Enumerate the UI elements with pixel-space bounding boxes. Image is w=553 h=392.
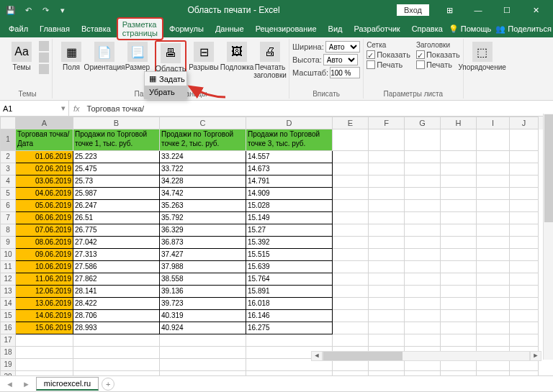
cell[interactable] [441,151,477,163]
cell[interactable]: 15.149 [246,212,333,224]
orientation-button[interactable]: 📄Ориентация [89,40,120,73]
cell[interactable] [246,371,333,375]
cell[interactable]: 34.228 [160,176,246,188]
tab-file[interactable]: Файл [3,22,34,36]
cell[interactable]: 37.988 [160,261,246,273]
cell[interactable] [16,347,73,359]
cell[interactable] [405,237,441,249]
cell[interactable]: 34.742 [160,188,246,200]
cell[interactable] [441,163,477,176]
cell[interactable]: 16.275 [246,322,333,334]
cell[interactable] [405,334,441,347]
cell[interactable] [477,322,510,334]
cell[interactable] [441,188,477,200]
cell[interactable] [510,249,539,261]
cell[interactable] [405,212,441,224]
cell[interactable]: 13.06.2019 [16,298,73,310]
cell[interactable] [441,334,477,347]
cell[interactable]: 02.06.2019 [16,163,73,176]
grid-print-check[interactable]: Печать [367,60,410,69]
height-select[interactable]: Авто [323,54,358,65]
fonts-button[interactable] [39,53,49,63]
cell[interactable] [441,298,477,310]
tab-page-layout[interactable]: Разметка страницы [117,17,163,40]
cell[interactable] [405,151,441,163]
cell[interactable] [333,371,369,375]
col-header-C[interactable]: C [160,117,246,129]
tell-me[interactable]: 💡Помощь [449,24,492,34]
cell[interactable]: 27.313 [73,249,160,261]
tab-developer[interactable]: Разработчик [349,22,406,36]
clear-print-area-item[interactable]: Убрать [145,86,186,99]
fx-icon[interactable]: fx [69,104,84,113]
cell[interactable] [477,273,510,286]
col-header-I[interactable]: I [477,117,510,129]
cell[interactable] [477,224,510,237]
row-header[interactable]: 1 [0,129,16,151]
cell[interactable]: 37.427 [160,249,246,261]
cell[interactable]: Продажи по Торговой точке 2, тыс. руб. [160,129,246,151]
row-header[interactable]: 17 [0,334,16,347]
cell[interactable]: 10.06.2019 [16,261,73,273]
cell[interactable] [477,176,510,188]
cell[interactable] [246,334,333,347]
cell[interactable] [441,371,477,375]
background-button[interactable]: 🖼Подложка [221,40,253,73]
minimize-icon[interactable]: — [464,0,493,20]
col-header-J[interactable]: J [510,117,539,129]
cell[interactable] [477,212,510,224]
cell[interactable] [369,188,405,200]
row-header[interactable]: 4 [0,176,16,188]
cell[interactable] [369,322,405,334]
name-box[interactable]: A1▾ [0,101,69,116]
cell[interactable]: 40.924 [160,322,246,334]
cell[interactable]: 25.475 [73,163,160,176]
row-header[interactable]: 11 [0,261,16,273]
colors-button[interactable] [39,41,49,51]
redo-icon[interactable]: ↷ [37,2,53,18]
cell[interactable] [333,322,369,334]
cell[interactable]: Торговая точка/Дата [16,129,73,151]
set-print-area-item[interactable]: ▦Задать [145,72,186,86]
row-header[interactable]: 10 [0,249,16,261]
row-header[interactable]: 16 [0,322,16,334]
cell[interactable] [510,286,539,298]
cell[interactable] [160,359,246,371]
cell[interactable]: 28.422 [73,298,160,310]
cell[interactable] [405,188,441,200]
cell[interactable] [369,212,405,224]
cell[interactable] [333,129,369,151]
vertical-scrollbar[interactable] [543,114,553,360]
cell[interactable]: 38.558 [160,273,246,286]
cell[interactable] [369,298,405,310]
row-header[interactable]: 2 [0,151,16,163]
cell[interactable] [333,334,369,347]
cell[interactable]: 26.775 [73,224,160,237]
cell[interactable]: 11.06.2019 [16,273,73,286]
cell[interactable] [510,188,539,200]
cell[interactable] [369,151,405,163]
cell[interactable] [16,359,73,371]
cell[interactable]: 14.909 [246,188,333,200]
cell[interactable] [333,249,369,261]
breaks-button[interactable]: ⊟Разрывы [188,40,220,73]
cell[interactable]: 40.319 [160,310,246,322]
hscroll-thumb[interactable] [323,352,403,360]
cell[interactable] [441,310,477,322]
cell[interactable]: 25.73 [73,176,160,188]
cell[interactable] [73,334,160,347]
col-header-G[interactable]: G [405,117,441,129]
size-button[interactable]: 📃Размер [122,40,153,73]
cell[interactable]: 28.141 [73,286,160,298]
cell[interactable] [333,200,369,212]
cell[interactable]: 26.51 [73,212,160,224]
ribbon-options-icon[interactable]: ⊞ [435,0,464,20]
cell[interactable] [333,237,369,249]
cell[interactable] [333,151,369,163]
cell[interactable] [73,371,160,375]
qat-more-icon[interactable]: ▾ [55,2,71,18]
maximize-icon[interactable]: ☐ [493,0,521,20]
cell[interactable] [441,286,477,298]
col-header-D[interactable]: D [246,117,333,129]
cell[interactable]: 16.146 [246,310,333,322]
